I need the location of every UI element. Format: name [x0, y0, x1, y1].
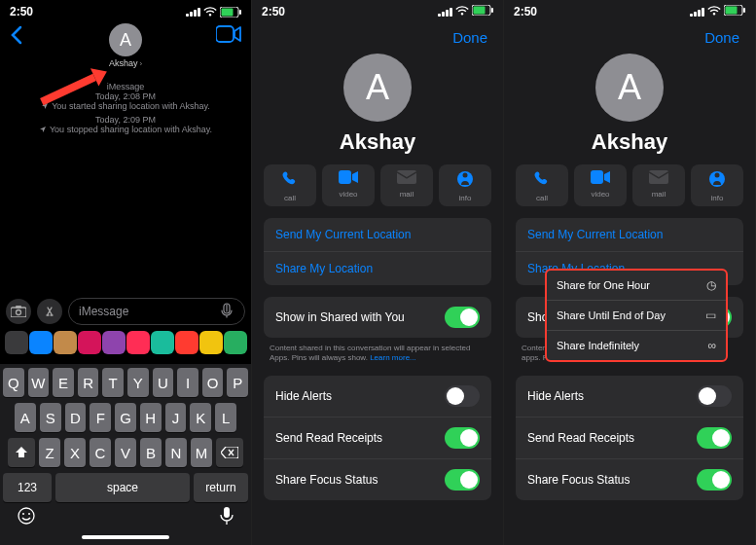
- contact-avatar[interactable]: A: [109, 23, 142, 56]
- key-m[interactable]: M: [191, 438, 212, 467]
- learn-more-link[interactable]: Learn more...: [370, 353, 416, 362]
- dictation-icon[interactable]: [219, 303, 234, 321]
- status-bar: 2:50: [0, 0, 251, 19]
- key-v[interactable]: V: [115, 438, 136, 467]
- key-b[interactable]: B: [140, 438, 162, 467]
- app-icon-2[interactable]: [54, 331, 77, 354]
- shift-key[interactable]: [8, 438, 35, 467]
- toggle-focus-status[interactable]: [445, 469, 480, 490]
- key-z[interactable]: Z: [39, 438, 60, 467]
- app-icon-5[interactable]: [126, 331, 150, 354]
- contact-profile: A Akshay: [504, 46, 755, 164]
- toggle-hide-alerts[interactable]: [445, 385, 480, 407]
- show-shared-with-you[interactable]: Show in Shared with You: [264, 297, 491, 338]
- svg-point-7: [18, 508, 34, 524]
- contact-name[interactable]: Akshay›: [0, 58, 251, 68]
- app-store-button[interactable]: [37, 299, 62, 324]
- app-icon-1[interactable]: [29, 331, 53, 354]
- space-key[interactable]: space: [55, 473, 190, 502]
- call-button[interactable]: call: [264, 164, 316, 206]
- video-button[interactable]: video: [574, 164, 627, 206]
- key-o[interactable]: O: [202, 368, 224, 397]
- key-t[interactable]: T: [102, 368, 124, 397]
- key-n[interactable]: N: [165, 438, 187, 467]
- message-input-bar: iMessage: [0, 294, 251, 329]
- contact-avatar[interactable]: A: [343, 54, 412, 122]
- toggle-focus-status[interactable]: [697, 469, 732, 490]
- send-read-receipts[interactable]: Send Read Receipts: [516, 418, 743, 459]
- alerts-section: Hide Alerts Send Read Receipts Share Foc…: [264, 376, 491, 500]
- key-e[interactable]: E: [53, 368, 74, 397]
- key-k[interactable]: K: [190, 403, 211, 432]
- svg-rect-3: [216, 26, 234, 42]
- key-p[interactable]: P: [227, 368, 248, 397]
- done-button[interactable]: Done: [452, 29, 487, 46]
- key-l[interactable]: L: [215, 403, 236, 432]
- app-icon-9[interactable]: [224, 331, 247, 354]
- camera-button[interactable]: [6, 299, 31, 324]
- svg-rect-22: [649, 170, 668, 184]
- svg-point-17: [463, 173, 468, 178]
- key-j[interactable]: J: [165, 403, 187, 432]
- key-s[interactable]: S: [40, 403, 61, 432]
- send-read-receipts[interactable]: Send Read Receipts: [264, 418, 491, 459]
- backspace-key[interactable]: [216, 438, 243, 467]
- app-icon-8[interactable]: [199, 331, 223, 354]
- share-indefinitely[interactable]: Share Indefinitely∞: [547, 331, 726, 360]
- key-g[interactable]: G: [115, 403, 136, 432]
- key-r[interactable]: R: [78, 368, 99, 397]
- message-input[interactable]: iMessage: [68, 298, 245, 325]
- svg-rect-12: [474, 7, 486, 15]
- mic-key[interactable]: [219, 506, 234, 529]
- send-current-location[interactable]: Send My Current Location: [264, 218, 491, 252]
- toggle-shared-with-you[interactable]: [445, 307, 480, 328]
- svg-rect-10: [224, 507, 230, 518]
- key-w[interactable]: W: [28, 368, 50, 397]
- key-c[interactable]: C: [90, 438, 111, 467]
- svg-rect-21: [591, 170, 603, 184]
- key-d[interactable]: D: [65, 403, 87, 432]
- hide-alerts[interactable]: Hide Alerts: [516, 376, 743, 418]
- key-f[interactable]: F: [90, 403, 111, 432]
- return-key[interactable]: return: [194, 473, 248, 502]
- share-focus-status[interactable]: Share Focus Status: [264, 459, 491, 500]
- toggle-hide-alerts[interactable]: [697, 385, 732, 407]
- clock-icon: ◷: [706, 278, 716, 292]
- app-icon-0[interactable]: [5, 331, 28, 354]
- toggle-read-receipts[interactable]: [697, 427, 732, 449]
- key-x[interactable]: X: [64, 438, 86, 467]
- video-button[interactable]: video: [322, 164, 375, 206]
- done-button[interactable]: Done: [704, 29, 739, 46]
- hide-alerts[interactable]: Hide Alerts: [264, 376, 491, 418]
- share-end-of-day[interactable]: Share Until End of Day▭: [547, 301, 726, 331]
- share-one-hour[interactable]: Share for One Hour◷: [547, 271, 726, 301]
- back-button[interactable]: [10, 25, 23, 49]
- svg-rect-13: [491, 8, 493, 13]
- app-icon-3[interactable]: [78, 331, 101, 354]
- key-h[interactable]: H: [140, 403, 162, 432]
- home-indicator[interactable]: [82, 535, 169, 539]
- key-y[interactable]: Y: [127, 368, 149, 397]
- info-button[interactable]: info: [439, 164, 491, 206]
- info-button[interactable]: info: [691, 164, 743, 206]
- share-focus-status[interactable]: Share Focus Status: [516, 459, 743, 500]
- app-icon-4[interactable]: [102, 331, 126, 354]
- keyboard[interactable]: QWERTYUIOP ASDFGHJKL ZXCVBNM 123 space r…: [0, 364, 251, 545]
- app-icon-7[interactable]: [175, 331, 198, 354]
- app-icon-6[interactable]: [151, 331, 174, 354]
- key-q[interactable]: Q: [3, 368, 24, 397]
- contact-avatar[interactable]: A: [595, 54, 664, 122]
- send-current-location[interactable]: Send My Current Location: [516, 218, 743, 252]
- emoji-key[interactable]: [17, 506, 36, 529]
- key-a[interactable]: A: [15, 403, 36, 432]
- share-my-location[interactable]: Share My Location: [264, 252, 491, 285]
- key-i[interactable]: I: [177, 368, 198, 397]
- svg-rect-15: [397, 170, 416, 184]
- numbers-key[interactable]: 123: [3, 473, 52, 502]
- key-u[interactable]: U: [153, 368, 174, 397]
- call-button[interactable]: call: [516, 164, 568, 206]
- cell-signal-icon: [690, 8, 704, 17]
- app-strip[interactable]: [0, 329, 251, 356]
- toggle-read-receipts[interactable]: [445, 427, 480, 449]
- facetime-button[interactable]: [216, 25, 241, 47]
